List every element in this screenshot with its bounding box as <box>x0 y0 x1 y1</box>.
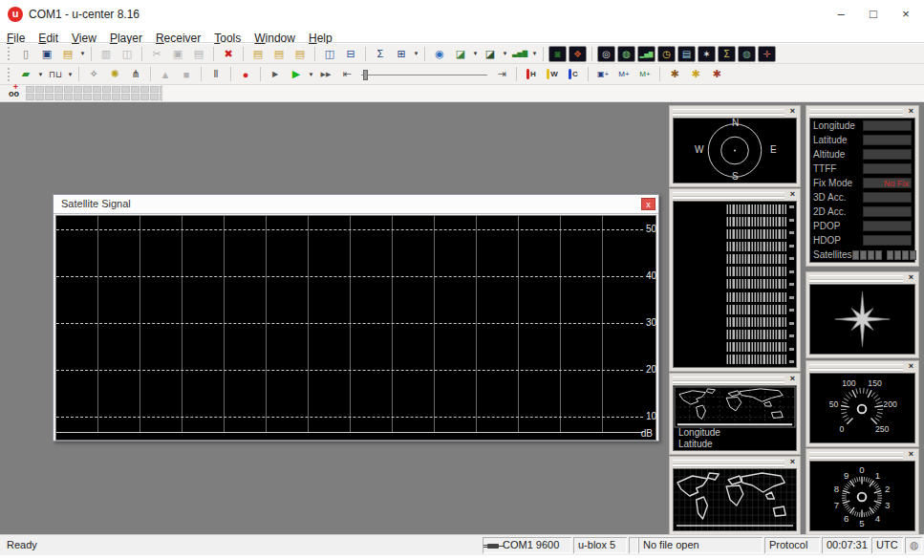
history-grid-panel[interactable]: × <box>669 188 801 372</box>
thermo-cold-icon[interactable]: C <box>564 66 583 82</box>
connect-icon[interactable]: ▰ <box>16 66 35 82</box>
hotkey-message-2-icon[interactable]: M+ <box>614 66 634 82</box>
satellite-signal-close-icon[interactable]: x <box>641 198 655 210</box>
history-cell <box>772 254 774 264</box>
chart-view-dropdown-icon[interactable]: ▼ <box>471 46 480 62</box>
world-map-zoom-panel[interactable]: × <box>669 456 801 535</box>
table-view-dropdown-icon[interactable]: ▼ <box>412 46 420 62</box>
panel-close-icon[interactable]: × <box>787 457 798 467</box>
speed-gauge-panel[interactable]: × 050100150200250 <box>806 360 919 447</box>
panel-close-icon[interactable]: × <box>906 272 916 283</box>
panel-titlebar[interactable]: × <box>806 361 918 372</box>
statistic-view-icon[interactable]: Σ <box>371 46 390 62</box>
dark-chart-view-icon[interactable]: ◪ <box>481 46 500 62</box>
text-console-icon[interactable]: ▤ <box>248 46 268 62</box>
slider-thumb[interactable] <box>363 70 368 80</box>
antenna-icon[interactable]: ⋔ <box>126 66 145 82</box>
hotkey-message-3-icon[interactable]: M+ <box>635 66 655 82</box>
panel-close-icon[interactable]: × <box>787 189 798 200</box>
satellite-signal-titlebar[interactable]: Satellite Signal x <box>54 195 658 214</box>
record-icon[interactable]: ● <box>236 66 255 82</box>
dock-view-icon[interactable]: ✛ <box>758 46 776 62</box>
camera-view-icon[interactable]: ◙ <box>548 46 567 62</box>
skip-to-end-icon[interactable]: ⇥ <box>492 66 511 82</box>
maximize-button[interactable]: □ <box>859 4 888 25</box>
histogram-view-icon[interactable]: ▃▅▇ <box>510 46 529 62</box>
thermo-hot-icon[interactable]: H <box>522 66 541 82</box>
history-cell <box>739 217 741 226</box>
table-view-icon[interactable]: ⊞ <box>392 46 411 62</box>
baudrate-icon[interactable]: ⊓⊔ <box>46 66 65 82</box>
clock-panel[interactable]: × 0123456789 <box>806 448 919 535</box>
toolbar-grip[interactable] <box>8 68 11 81</box>
sky-view-icon[interactable]: ◍ <box>617 46 635 62</box>
split-horizontal-icon[interactable]: ◫ <box>320 46 339 62</box>
packet-console-icon[interactable]: ▤ <box>269 46 289 62</box>
binary-console-icon[interactable]: ▤ <box>290 46 310 62</box>
panel-titlebar[interactable]: × <box>670 189 800 200</box>
google-earth-icon[interactable]: ◉ <box>430 46 449 62</box>
autobaud-wand-icon[interactable]: ✧ <box>84 66 103 82</box>
panel-titlebar[interactable]: × <box>670 457 800 467</box>
world-map-panel[interactable]: × Longitude Latitude <box>669 373 801 455</box>
assistnow-autonomous-icon[interactable]: ✱ <box>707 66 726 82</box>
minimize-button[interactable]: – <box>827 4 855 25</box>
firmware-tool-icon[interactable]: ✺ <box>105 66 124 82</box>
new-file-icon[interactable]: ▯ <box>16 46 35 62</box>
stat-view-icon[interactable]: Σ <box>718 46 736 62</box>
close-button[interactable]: × <box>892 4 920 25</box>
panel-titlebar[interactable]: × <box>670 106 800 117</box>
data-view-icon[interactable]: ▤ <box>677 46 696 62</box>
assistnow-offline-icon[interactable]: ✱ <box>686 66 705 82</box>
status-globe-icon[interactable]: ◍ <box>905 537 922 553</box>
star-view-icon[interactable]: ✶ <box>698 46 716 62</box>
toolbar-grip[interactable] <box>8 47 11 60</box>
panel-close-icon[interactable]: × <box>906 449 916 460</box>
pause-icon[interactable]: Ⅱ <box>206 66 226 82</box>
history-cell <box>729 330 731 339</box>
exit-icon[interactable]: ✖ <box>219 46 238 62</box>
panel-close-icon[interactable]: × <box>787 106 798 117</box>
star-panel[interactable]: × <box>806 271 919 358</box>
baudrate-dropdown-icon[interactable]: ▼ <box>66 66 75 82</box>
panel-close-icon[interactable]: × <box>787 374 798 384</box>
color-map-view-icon[interactable]: ❖ <box>569 46 587 62</box>
fast-forward-icon[interactable]: ▶▶ <box>316 66 335 82</box>
chart-view-icon[interactable]: ◪ <box>451 46 470 62</box>
open-dropdown-icon[interactable]: ▼ <box>78 46 87 62</box>
open-icon[interactable]: ▤ <box>58 46 77 62</box>
skip-to-start-icon[interactable]: ⇤ <box>337 66 356 82</box>
status-protocol[interactable]: Protocol <box>764 537 820 553</box>
histogram-dropdown-icon[interactable]: ▼ <box>530 46 539 62</box>
signal-view-icon[interactable]: ▂▅▇ <box>637 46 655 62</box>
clock-view-icon[interactable]: ◷ <box>657 46 676 62</box>
save-icon[interactable]: ▣ <box>37 46 56 62</box>
panel-close-icon[interactable]: × <box>906 361 916 372</box>
panel-close-icon[interactable]: × <box>906 106 916 117</box>
compass-view-icon[interactable]: ◎ <box>597 46 615 62</box>
compass-panel[interactable]: × N E S W <box>669 105 801 187</box>
data-label: Fix Mode <box>813 178 863 188</box>
data-panel[interactable]: × LongitudeLatitudeAltitudeTTFFFix ModeN… <box>806 105 919 267</box>
status-file[interactable]: No file open <box>638 537 763 553</box>
panel-titlebar[interactable]: × <box>670 374 800 384</box>
status-receiver[interactable]: u-blox 5 <box>573 537 627 553</box>
play-icon[interactable]: ▶ <box>287 66 306 82</box>
panel-titlebar[interactable]: × <box>806 449 918 460</box>
thermo-warm-icon[interactable]: W <box>543 66 562 82</box>
connect-dropdown-icon[interactable]: ▼ <box>36 66 45 82</box>
ublox-glasses-icon[interactable]: oo <box>9 85 19 101</box>
dark-chart-dropdown-icon[interactable]: ▼ <box>501 46 509 62</box>
step-forward-icon[interactable]: ▶ <box>266 66 285 82</box>
split-vertical-icon[interactable]: ⊟ <box>341 46 360 62</box>
playback-slider[interactable] <box>361 67 487 82</box>
panel-titlebar[interactable]: × <box>806 106 918 117</box>
play-dropdown-icon[interactable]: ▼ <box>307 66 315 82</box>
assistnow-online-icon[interactable]: ✱ <box>665 66 684 82</box>
status-port[interactable]: COM1 9600 <box>483 537 571 553</box>
status-timezone[interactable]: UTC <box>871 537 903 553</box>
world-view-icon[interactable]: ◍ <box>738 46 756 62</box>
satellite-signal-window[interactable]: Satellite Signal x 50 40 30 20 10 dB <box>53 194 659 442</box>
hotkey-message-1-icon[interactable]: ▣+ <box>593 66 612 82</box>
panel-titlebar[interactable]: × <box>806 272 918 283</box>
